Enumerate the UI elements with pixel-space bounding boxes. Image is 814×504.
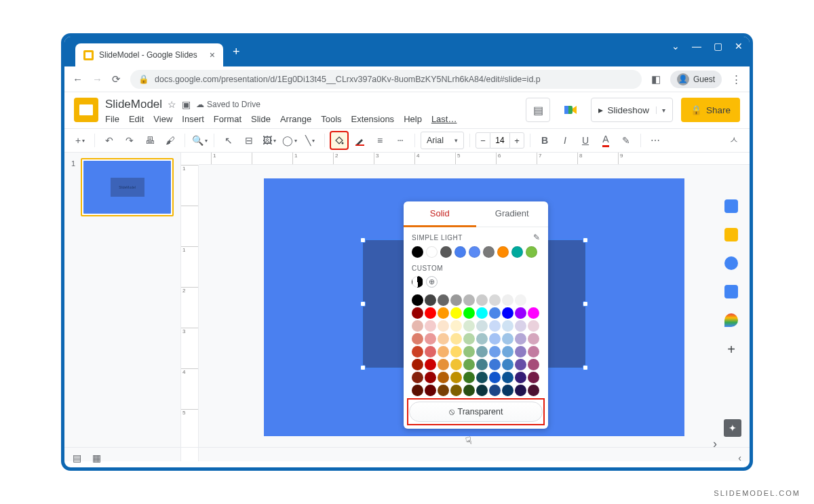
slideshow-button[interactable]: ▸ Slideshow ▾ — [591, 98, 673, 122]
color-swatch[interactable] — [502, 294, 513, 306]
color-swatch[interactable] — [463, 307, 475, 319]
grid-view-icon[interactable]: ▦ — [92, 452, 101, 463]
forward-icon[interactable]: → — [92, 73, 102, 85]
color-swatch[interactable] — [476, 320, 488, 332]
reload-icon[interactable]: ⟳ — [112, 73, 121, 85]
zoom-button[interactable]: 🔍▾ — [191, 132, 208, 149]
theme-color-swatch[interactable] — [526, 246, 537, 258]
color-swatch[interactable] — [476, 294, 488, 306]
color-swatch[interactable] — [528, 294, 539, 306]
color-swatch[interactable] — [463, 320, 475, 332]
color-swatch[interactable] — [412, 359, 423, 370]
calendar-icon[interactable] — [724, 199, 738, 213]
window-close-icon[interactable]: ✕ — [735, 41, 743, 52]
line-tool[interactable]: ╲▾ — [301, 132, 319, 149]
tab-close-icon[interactable]: × — [210, 50, 215, 60]
transparent-button[interactable]: ⦸ Transparent — [409, 402, 543, 422]
color-swatch[interactable] — [438, 307, 449, 319]
color-swatch[interactable] — [425, 307, 436, 319]
resize-handle[interactable] — [583, 365, 588, 370]
undo-button[interactable]: ↶ — [100, 132, 118, 149]
menu-insert[interactable]: Insert — [182, 114, 204, 124]
border-dash-button[interactable]: ┄ — [391, 132, 409, 149]
slideshow-dropdown-icon[interactable]: ▾ — [656, 106, 665, 114]
color-swatch[interactable] — [438, 372, 449, 383]
color-swatch[interactable] — [425, 359, 436, 370]
solid-tab[interactable]: Solid — [404, 201, 476, 227]
tasks-icon[interactable] — [724, 256, 738, 270]
font-size-decrease[interactable]: − — [476, 132, 490, 149]
resize-handle[interactable] — [360, 301, 366, 307]
textbox-tool[interactable]: ⊟ — [240, 132, 258, 149]
color-swatch[interactable] — [502, 320, 513, 332]
color-swatch[interactable] — [515, 346, 526, 357]
resize-handle[interactable] — [583, 237, 588, 243]
color-swatch[interactable] — [476, 307, 488, 319]
color-swatch[interactable] — [515, 372, 526, 383]
menu-view[interactable]: View — [153, 114, 172, 124]
color-swatch[interactable] — [476, 372, 488, 383]
color-swatch[interactable] — [489, 333, 501, 345]
menu-file[interactable]: File — [105, 114, 119, 124]
select-tool[interactable]: ↖ — [220, 132, 237, 149]
color-swatch[interactable] — [502, 346, 513, 357]
color-swatch[interactable] — [463, 359, 475, 370]
border-weight-button[interactable]: ≡ — [371, 132, 389, 149]
back-icon[interactable]: ← — [73, 73, 83, 85]
new-tab-button[interactable]: + — [233, 45, 240, 59]
color-swatch[interactable] — [515, 359, 526, 370]
color-swatch[interactable] — [463, 372, 475, 383]
color-swatch[interactable] — [489, 346, 501, 357]
color-swatch[interactable] — [502, 359, 513, 370]
edit-theme-icon[interactable]: ✎ — [533, 233, 541, 242]
color-swatch[interactable] — [476, 346, 488, 357]
color-swatch[interactable] — [438, 333, 449, 345]
color-swatch[interactable] — [450, 385, 462, 396]
saved-status[interactable]: ☁Saved to Drive — [196, 100, 260, 109]
print-button[interactable]: 🖶 — [141, 132, 159, 149]
color-swatch[interactable] — [425, 372, 436, 383]
theme-color-swatch[interactable] — [497, 246, 509, 258]
color-swatch[interactable] — [489, 372, 501, 383]
color-swatch[interactable] — [438, 294, 449, 306]
color-swatch[interactable] — [502, 372, 513, 383]
color-swatch[interactable] — [412, 346, 423, 357]
color-swatch[interactable] — [489, 359, 501, 370]
color-swatch[interactable] — [450, 346, 462, 357]
color-swatch[interactable] — [515, 320, 526, 332]
browser-tab[interactable]: SlideModel - Google Slides × — [75, 43, 223, 66]
color-swatch[interactable] — [489, 320, 501, 332]
color-swatch[interactable] — [450, 307, 462, 319]
color-swatch[interactable] — [528, 359, 539, 370]
kebab-menu-icon[interactable]: ⋮ — [731, 73, 741, 85]
image-tool[interactable]: 🖼▾ — [260, 132, 278, 149]
color-swatch[interactable] — [476, 333, 488, 345]
color-swatch[interactable] — [450, 294, 462, 306]
highlight-button[interactable]: ✎ — [617, 132, 635, 149]
color-swatch[interactable] — [463, 333, 475, 345]
color-swatch[interactable] — [528, 385, 539, 396]
color-swatch[interactable] — [476, 359, 488, 370]
color-swatch[interactable] — [438, 385, 449, 396]
contacts-icon[interactable] — [724, 285, 738, 298]
color-swatch[interactable] — [412, 333, 423, 345]
border-color-button[interactable] — [351, 132, 368, 149]
share-button[interactable]: 🔒 Share — [681, 98, 740, 122]
menu-slide[interactable]: Slide — [251, 114, 271, 124]
resize-handle[interactable] — [360, 237, 366, 243]
explore-button[interactable]: ✦ — [724, 419, 741, 437]
color-swatch[interactable] — [502, 307, 513, 319]
paint-format-button[interactable]: 🖌 — [161, 132, 179, 149]
slide-thumbnail[interactable]: SlideModel — [81, 158, 174, 216]
color-swatch[interactable] — [528, 320, 539, 332]
theme-color-swatch[interactable] — [454, 246, 466, 258]
menu-last-edit[interactable]: Last… — [431, 114, 457, 124]
text-color-button[interactable]: A — [597, 132, 615, 149]
color-swatch[interactable] — [489, 294, 501, 306]
color-swatch[interactable] — [463, 346, 475, 357]
color-swatch[interactable] — [412, 294, 423, 306]
color-swatch[interactable] — [438, 359, 449, 370]
font-size-value[interactable]: 14 — [490, 132, 509, 149]
color-swatch[interactable] — [425, 385, 436, 396]
color-swatch[interactable] — [412, 372, 423, 383]
